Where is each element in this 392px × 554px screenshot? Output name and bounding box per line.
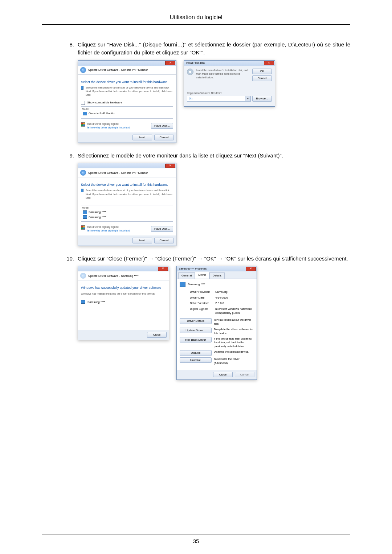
model-name: Generic PnP Monitor [89,111,115,116]
tab-driver[interactable]: Driver [195,272,209,279]
breadcrumb: Update Driver Software - Generic PnP Mon… [88,68,148,72]
close-icon[interactable]: ✕ [165,164,175,168]
close-button[interactable]: Close [147,332,167,338]
close-icon[interactable]: ✕ [246,267,256,271]
close-icon[interactable]: ✕ [165,61,175,65]
step-number: 8. [62,41,78,57]
update-driver-desc: To update the driver software for this d… [214,328,254,336]
provider-value: Samsung [215,290,254,294]
driver-details-desc: To view details about the driver files. [214,318,254,326]
dialog-description: Select the manufacturer and model of you… [86,86,173,97]
shield-icon [81,225,85,230]
tab-general[interactable]: General [178,272,195,279]
have-disk-button[interactable]: Have Disk... [151,123,173,129]
rollback-button[interactable]: Roll Back Driver [180,337,212,343]
model-label: Model [82,206,172,210]
driver-details-button[interactable]: Driver Details [180,318,212,324]
cancel-button: Cancel [235,372,254,378]
back-icon[interactable]: ← [80,67,86,73]
signing-link[interactable]: Tell me why driver signing is important [87,229,130,233]
browse-button[interactable]: Browse... [252,96,272,102]
model-item-2: Samsung **** [89,215,106,219]
step-number: 10. [62,255,78,263]
dialog-heading: Select the device driver you want to ins… [81,80,173,85]
shield-icon [81,122,85,127]
close-icon[interactable]: ✕ [158,267,168,271]
dialog-heading: Windows has successfully updated your dr… [81,286,166,290]
signer-value: microsoft windows hardware compatibility… [215,307,254,315]
disable-desc: Disables the selected device. [214,350,249,354]
dialog-title: Install From Disk [186,61,205,65]
step-number: 9. [62,152,78,160]
copy-from-label: Copy manufacturer's files from: [187,91,272,95]
compat-label: Show compatible hardware [87,101,122,104]
back-icon: ← [80,273,86,279]
monitor-icon [81,189,83,192]
model-label: Model [82,107,172,111]
monitor-icon [180,282,185,287]
uninstall-desc: To uninstall the driver (Advanced). [214,357,254,365]
next-button[interactable]: Next [132,238,152,243]
page-number: 35 [0,534,392,545]
ok-button[interactable]: OK [252,69,272,74]
dialog-title: Samsung **** Properties [179,267,207,271]
close-icon[interactable]: ✕ [264,61,274,65]
dialog-description: Windows has finished installing the driv… [81,292,166,296]
provider-label: Driver Provider: [190,290,215,294]
device-name: Samsung **** [87,300,105,304]
dialog-description: Select the manufacturer and model of you… [86,189,173,200]
disable-button[interactable]: Disable [180,350,212,356]
step-text: Cliquez sur "Have Disk..." (Disque fourn… [78,41,350,57]
list-item[interactable]: Generic PnP Monitor [82,111,172,116]
back-icon[interactable]: ← [80,170,86,176]
monitor-icon [83,112,87,115]
tab-details[interactable]: Details [209,272,225,279]
install-description: Insert the manufacturer's installation d… [196,69,249,81]
chevron-down-icon[interactable]: ▾ [245,96,250,101]
version-label: Driver Version: [190,301,215,305]
monitor-icon [83,210,87,214]
step-text: Sélectionnez le modèle de votre moniteur… [78,152,350,160]
page-header: Utilisation du logiciel [42,13,350,25]
breadcrumb: Update Driver Software - Generic PnP Mon… [88,171,148,175]
signer-label: Digital Signer: [190,307,215,315]
dialog-heading: Select the device driver you want to ins… [81,182,173,187]
next-button[interactable]: Next [132,135,152,140]
monitor-icon [81,300,85,304]
device-name: Samsung **** [188,282,205,287]
model-item-1: Samsung **** [89,210,106,214]
monitor-icon [81,86,83,90]
list-item[interactable]: Samsung **** [82,215,172,220]
have-disk-button[interactable]: Have Disk... [151,226,173,232]
compat-checkbox[interactable] [81,101,85,105]
signing-link[interactable]: Tell me why driver signing is important [87,126,130,130]
list-item[interactable]: Samsung **** [82,210,172,215]
cancel-button[interactable]: Cancel [252,75,272,81]
signed-label: This driver is digitally signed. [87,122,130,126]
update-driver-button[interactable]: Update Driver... [180,328,212,333]
monitor-icon [83,215,87,219]
path-field[interactable]: D:\ [187,96,245,101]
cancel-button[interactable]: Cancel [154,135,174,140]
cancel-button[interactable]: Cancel [154,238,174,243]
uninstall-button[interactable]: Uninstall [180,357,212,363]
date-label: Driver Date: [190,296,215,300]
signed-label: This driver is digitally signed. [87,225,130,229]
disk-icon [187,69,193,75]
version-value: 2.0.0.0 [215,301,254,305]
date-value: 4/14/2005 [215,296,254,300]
rollback-desc: If the device fails after updating the d… [214,337,254,349]
step-text: Cliquez sur "Close (Fermer)" → "Close (F… [78,255,350,263]
breadcrumb: Update Driver Software - Samsung **** [88,274,139,278]
close-button[interactable]: Close [213,372,233,378]
